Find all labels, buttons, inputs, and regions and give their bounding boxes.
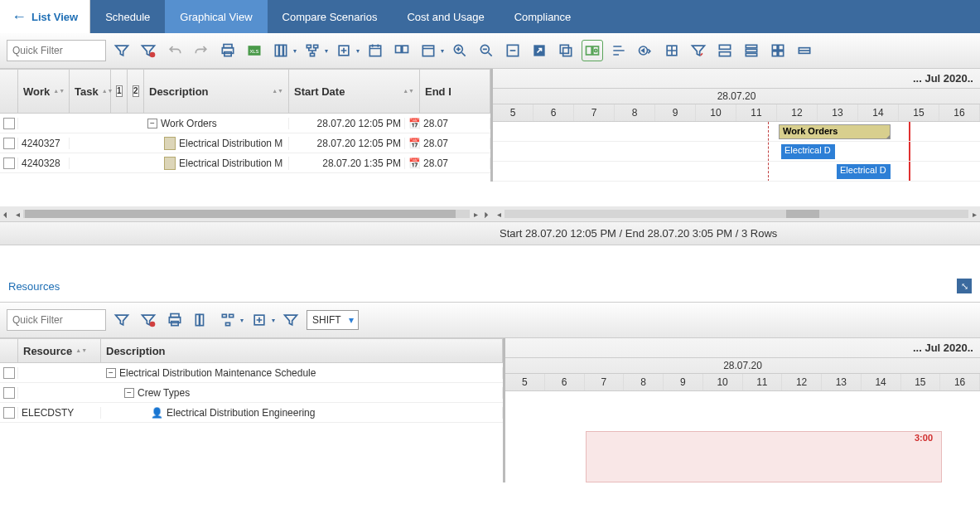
print-icon[interactable]: [217, 40, 239, 61]
table-row[interactable]: 4240328 Electrical Distribution M 28.07.…: [0, 153, 490, 173]
popout-icon[interactable]: [529, 40, 550, 61]
align-icon[interactable]: [608, 40, 630, 61]
zoom-out-icon[interactable]: [476, 40, 497, 61]
person-icon: 👤: [151, 407, 163, 419]
col-work[interactable]: Work▲▼: [18, 70, 70, 113]
dropdown-icon[interactable]: ▾: [356, 47, 360, 55]
resources-title: Resources: [8, 280, 60, 293]
col-desc[interactable]: Description: [101, 339, 503, 362]
row-checkbox[interactable]: [3, 367, 15, 379]
filter-funnel-icon[interactable]: [688, 40, 709, 61]
dropdown-icon[interactable]: ▾: [240, 317, 244, 324]
gantt-task-bar[interactable]: Electrical D: [837, 164, 891, 179]
tab-compare-scenarios[interactable]: Compare Scenarios: [268, 0, 393, 33]
scroll-right-icon[interactable]: ⏵: [481, 210, 493, 219]
col-num2[interactable]: 2: [128, 70, 144, 113]
play-check-icon[interactable]: [635, 40, 656, 61]
gantt-task-bar[interactable]: Electrical D: [781, 144, 835, 159]
row-checkbox[interactable]: [3, 407, 15, 419]
resources-data-rows: −Electrical Distribution Maintenance Sch…: [0, 363, 503, 423]
scroll-left-icon[interactable]: ◂: [12, 210, 23, 219]
svg-point-38: [150, 322, 156, 327]
tab-cost-usage[interactable]: Cost and Usage: [392, 0, 499, 33]
collapse-section-icon[interactable]: ⤡: [957, 279, 972, 293]
redo-icon[interactable]: [191, 40, 212, 61]
grid-icon[interactable]: [767, 40, 789, 61]
row-checkbox[interactable]: [3, 118, 15, 129]
resources-gantt[interactable]: 3:00: [505, 391, 980, 482]
row-checkbox[interactable]: [3, 138, 15, 149]
scroll-left-icon[interactable]: ◂: [493, 210, 504, 219]
row-desc: Electrical Distribution M: [179, 158, 282, 169]
col-start-date[interactable]: Start Date▲▼: [289, 70, 420, 113]
scroll-right-icon[interactable]: ▸: [470, 210, 481, 219]
collapse-tree-icon[interactable]: −: [147, 119, 157, 128]
export-xls-icon[interactable]: XLS: [244, 40, 265, 61]
scroll-right-icon[interactable]: ▸: [968, 210, 980, 219]
scroll-left-icon[interactable]: ⏴: [0, 210, 12, 219]
tab-compliance[interactable]: Compliance: [500, 0, 587, 33]
filter-icon[interactable]: [111, 40, 133, 61]
svg-rect-8: [283, 45, 286, 56]
table-row[interactable]: −Work Orders 28.07.20 12:05 PM 📅 28.07: [0, 114, 490, 133]
table-row[interactable]: ELECDSTY 👤Electrical Distribution Engine…: [0, 403, 503, 423]
table-row[interactable]: 4240327 Electrical Distribution M 28.07.…: [0, 133, 490, 153]
columns-icon[interactable]: [191, 309, 212, 331]
dropdown-icon[interactable]: ▾: [441, 47, 444, 55]
sort-icon: ▲▼: [403, 89, 414, 94]
stack-icon[interactable]: [741, 40, 762, 61]
calendar-config-icon[interactable]: [418, 40, 439, 61]
more-icon[interactable]: [794, 40, 815, 61]
hierarchy-icon[interactable]: [217, 309, 239, 331]
resource-icon[interactable]: [714, 40, 736, 61]
print-icon[interactable]: [164, 309, 186, 331]
dropdown-icon[interactable]: ▾: [293, 47, 297, 55]
fit-icon[interactable]: [502, 40, 524, 61]
layers-icon[interactable]: [555, 40, 577, 61]
gantt-area[interactable]: Work Orders Electrical D Electrical D: [493, 122, 980, 182]
table-row[interactable]: −Crew Types: [0, 383, 503, 403]
hierarchy-icon[interactable]: [302, 40, 323, 61]
svg-point-0: [150, 52, 156, 58]
table-row[interactable]: −Electrical Distribution Maintenance Sch…: [0, 363, 503, 383]
columns-icon[interactable]: [270, 40, 292, 61]
collapse-tree-icon[interactable]: −: [124, 388, 134, 398]
milestone-icon[interactable]: [661, 40, 683, 61]
expand-icon[interactable]: [333, 40, 355, 61]
expand-icon[interactable]: [249, 309, 270, 331]
back-list-view[interactable]: ← List View: [0, 0, 90, 33]
row-checkbox[interactable]: [3, 387, 15, 399]
date-picker-icon[interactable]: 📅: [408, 118, 420, 129]
collapse-tree-icon[interactable]: −: [106, 368, 116, 378]
resources-grid-header: Resource▲▼ Description: [0, 338, 503, 363]
right-h-scroll[interactable]: ◂ ▸: [493, 206, 980, 221]
resources-quick-filter[interactable]: [7, 309, 106, 331]
row-desc: Work Orders: [161, 118, 217, 129]
tab-graphical-view[interactable]: Graphical View: [165, 0, 267, 33]
col-resource[interactable]: Resource▲▼: [18, 339, 101, 362]
col-task[interactable]: Task▲▼: [70, 70, 111, 113]
calendar-icon[interactable]: [364, 40, 386, 61]
zoom-in-icon[interactable]: [449, 40, 471, 61]
left-h-scroll[interactable]: ⏴◂ ▸⏵: [0, 206, 493, 221]
filter-clear-icon[interactable]: [138, 40, 159, 61]
col-description[interactable]: Description▲▼: [144, 70, 289, 113]
col-end-date[interactable]: End I: [420, 70, 490, 113]
link-view-icon[interactable]: [582, 40, 603, 61]
col-num1[interactable]: 1: [111, 70, 128, 113]
upper-toolbar: XLS ▾ ▾ ▾ ▾: [0, 33, 980, 69]
tab-schedule[interactable]: Schedule: [90, 0, 165, 33]
date-picker-icon[interactable]: 📅: [408, 158, 420, 169]
dropdown-icon[interactable]: ▾: [325, 47, 328, 55]
filter-clear-icon[interactable]: [138, 309, 159, 331]
filter-icon[interactable]: [111, 309, 133, 331]
calendar-range-icon[interactable]: [391, 40, 413, 61]
dropdown-icon[interactable]: ▾: [272, 317, 275, 324]
gantt-group-bar[interactable]: Work Orders: [779, 124, 891, 139]
shift-select[interactable]: SHIFT: [307, 310, 359, 330]
filter-funnel-icon[interactable]: [280, 309, 302, 331]
undo-icon[interactable]: [164, 40, 186, 61]
row-checkbox[interactable]: [3, 158, 15, 169]
quick-filter-input[interactable]: [7, 40, 106, 61]
date-picker-icon[interactable]: 📅: [408, 138, 420, 149]
